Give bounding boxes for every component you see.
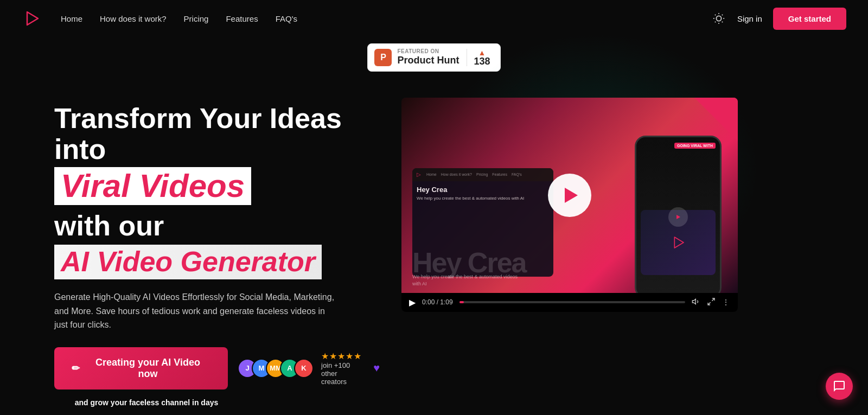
svg-marker-11 (676, 215, 680, 219)
mini-nav-pricing: Pricing (476, 173, 488, 176)
video-controls: ▶ 0:00 / 1:09 (401, 293, 738, 312)
svg-line-4 (715, 15, 716, 15)
logo[interactable] (22, 9, 41, 28)
nav-pricing[interactable]: Pricing (184, 14, 209, 23)
mini-content: Hey Crea We help you create the best & a… (412, 181, 553, 206)
svg-line-9 (722, 15, 723, 15)
video-progress-bar[interactable] (459, 301, 685, 303)
nav-features[interactable]: Features (226, 14, 258, 23)
cta-row: ✏ Creating your AI Video now J M MM A K … (54, 347, 380, 390)
fullscreen-button[interactable] (707, 297, 716, 308)
phone-screen: GOING VIRAL WITH (636, 137, 720, 293)
mini-nav-faqs: FAQ's (512, 173, 522, 176)
with-our-text: with our (54, 210, 380, 241)
hero-left: Transform Your Ideas into Viral Videos w… (54, 87, 380, 407)
navbar: Home How does it work? Pricing Features … (0, 0, 868, 37)
social-proof: J M MM A K ★★★★★ join +100 other creator… (238, 351, 380, 386)
nav-links: Home How does it work? Pricing Features … (61, 14, 711, 23)
svg-marker-12 (692, 299, 695, 304)
hero-heading: Transform Your Ideas into Viral Videos w… (54, 103, 380, 279)
cta-button-label: Creating your AI Video now (85, 357, 210, 380)
star-rating: ★★★★★ (321, 351, 363, 361)
ph-text: FEATURED ON Product Hunt (397, 48, 459, 67)
more-options-button[interactable]: ⋮ (722, 298, 730, 307)
we-help-text: We help you create the best & automated … (412, 273, 521, 287)
cta-icon: ✏ (72, 362, 80, 374)
theme-toggle-button[interactable] (711, 11, 726, 26)
mini-nav-home: Home (426, 173, 437, 176)
mini-nav: ▷ Home How does it work? Pricing Feature… (412, 168, 553, 181)
join-text: join +100 other creators (321, 361, 363, 386)
chat-bubble-button[interactable] (826, 373, 853, 400)
ph-name-label: Product Hunt (397, 55, 459, 67)
play-button[interactable] (548, 174, 591, 217)
avatar-5: K (294, 359, 314, 378)
svg-line-13 (712, 298, 714, 301)
product-hunt-badge[interactable]: P FEATURED ON Product Hunt ▲ 138 (367, 43, 500, 72)
nav-how[interactable]: How does it work? (100, 14, 167, 23)
ph-count: ▲ 138 (467, 49, 490, 66)
viral-videos-text: Viral Videos (61, 168, 245, 204)
svg-point-1 (716, 16, 721, 21)
grow-text: and grow your faceless channel in days (54, 398, 239, 407)
ph-arrow-icon: ▲ (478, 49, 486, 56)
mini-nav-features: Features (492, 173, 507, 176)
ai-generator-text: AI Video Generator (61, 246, 315, 277)
phone-mockup: GOING VIRAL WITH (635, 136, 722, 293)
nav-right: Sign in Get started (711, 8, 846, 30)
svg-marker-0 (27, 12, 38, 25)
mini-logo: ▷ (417, 171, 421, 177)
nav-home[interactable]: Home (61, 14, 82, 23)
nav-faqs[interactable]: FAQ's (276, 14, 297, 23)
mini-sub: We help you create the best & automated … (417, 196, 549, 201)
play-triangle-icon (565, 188, 578, 203)
get-started-button[interactable]: Get started (773, 8, 846, 30)
video-progress-fill (459, 301, 464, 303)
heading-line1: Transform Your Ideas into (54, 103, 380, 165)
hey-crea-text: Hey Crea (412, 248, 526, 277)
ph-logo: P (374, 49, 392, 66)
hero-section: Transform Your Ideas into Viral Videos w… (0, 76, 868, 407)
hero-description: Generate High-Quality AI Videos Effortle… (54, 290, 336, 332)
heart-icon: ♥ (373, 362, 380, 374)
stars-text: ★★★★★ join +100 other creators (321, 351, 363, 386)
ph-number: 138 (474, 56, 490, 66)
svg-line-5 (722, 22, 723, 22)
video-container: ▷ Home How does it work? Pricing Feature… (401, 98, 738, 312)
product-hunt-section: P FEATURED ON Product Hunt ▲ 138 (0, 43, 868, 72)
mini-nav-how: How does it work? (441, 173, 472, 176)
phone-badge: GOING VIRAL WITH (674, 143, 716, 149)
video-time: 0:00 / 1:09 (422, 298, 453, 306)
ai-generator-wrap: AI Video Generator (54, 245, 322, 279)
viral-videos-wrap: Viral Videos (54, 167, 251, 205)
svg-marker-10 (674, 237, 684, 248)
svg-line-14 (708, 302, 711, 305)
sign-in-button[interactable]: Sign in (737, 14, 762, 23)
cta-button[interactable]: ✏ Creating your AI Video now (54, 347, 228, 390)
volume-button[interactable] (692, 297, 700, 308)
avatars: J M MM A K (238, 359, 314, 378)
ph-featured-on-label: FEATURED ON (397, 48, 459, 55)
hero-right: ▷ Home How does it work? Pricing Feature… (401, 98, 738, 312)
video-preview: ▷ Home How does it work? Pricing Feature… (401, 98, 738, 293)
svg-line-8 (715, 22, 716, 22)
mini-headline: Hey Crea (417, 186, 549, 194)
video-play-button[interactable]: ▶ (409, 297, 416, 308)
